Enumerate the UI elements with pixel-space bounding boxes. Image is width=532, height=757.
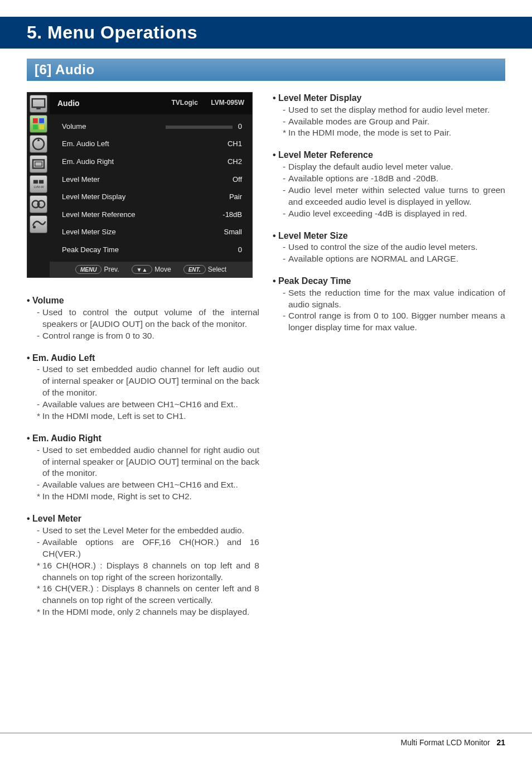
menu-row: Em. Audio RightCH2 <box>50 153 252 171</box>
menu-row-label: Peak Decay Time <box>62 245 119 255</box>
item-sub: - Available options are OFF,16 CH(HOR.) … <box>27 537 259 560</box>
menu-select-hint: ENT. Select <box>183 265 226 274</box>
menu-row-value: 0 <box>166 122 242 132</box>
item-sub: - Used to control the size of the audio … <box>273 242 505 253</box>
menu-prev-hint: MENU Prev. <box>75 265 119 274</box>
item-sub: - Available values are between CH1~CH16 … <box>27 479 259 491</box>
menu-row: Volume0 <box>50 118 252 136</box>
advanced-icon <box>30 135 47 153</box>
item-sub: - Available options are NORMAL and LARGE… <box>273 253 505 265</box>
item-note: * In the HDMI mode, only 2 channels may … <box>27 606 259 618</box>
item-title: Level Meter Display <box>273 92 505 104</box>
menu-row-value: Off <box>233 175 242 185</box>
footer-label: Multi Format LCD Monitor <box>400 738 490 747</box>
svg-rect-1 <box>36 108 41 110</box>
doc-item: Level Meter Reference- Display the defau… <box>273 149 505 219</box>
doc-item: Level Meter- Used to set the Level Meter… <box>27 513 259 618</box>
system-icon <box>30 215 47 233</box>
item-sub: - Available options are -18dB and -20dB. <box>273 173 505 185</box>
item-note: * 16 CH(HOR.) : Displays 8 channels on t… <box>27 560 259 584</box>
menu-row-label: Volume <box>62 122 86 132</box>
menu-move-hint: ▼▲ Move <box>132 265 171 274</box>
menu-title: Audio <box>57 98 80 109</box>
osd-menu-screenshot: LVM-W Audio TVLogic LVM-095W <box>27 92 253 278</box>
doc-item: Volume- Used to control the output volum… <box>27 295 259 341</box>
chapter-title: 5. Menu Operations <box>0 0 532 49</box>
color-icon <box>30 115 47 133</box>
item-note: * In the HDMI mode, Left is set to CH1. <box>27 411 259 422</box>
waveform-icon: LVM-W <box>30 175 47 193</box>
doc-item: Level Meter Display- Used to set the dis… <box>273 92 505 139</box>
item-title: Level Meter Reference <box>273 149 505 161</box>
menu-row-value: Small <box>224 227 242 237</box>
menu-brand: TVLogic <box>172 99 198 107</box>
doc-item: Peak Decay Time- Sets the reduction time… <box>273 275 505 334</box>
item-sub: - Used to control the output volume of t… <box>27 307 259 330</box>
svg-rect-3 <box>39 118 44 123</box>
item-sub: - Audio level meter within selected valu… <box>273 185 505 208</box>
item-title: Em. Audio Right <box>27 432 259 445</box>
item-title: Level Meter Size <box>273 230 505 242</box>
menu-row-value: Pair <box>229 192 242 202</box>
item-title: Peak Decay Time <box>273 275 505 287</box>
svg-rect-10 <box>39 180 43 184</box>
menu-row-value: -18dB <box>223 210 242 220</box>
item-note: * 16 CH(VER.) : Displays 8 channels on c… <box>27 583 259 606</box>
svg-rect-2 <box>33 118 38 123</box>
menu-row: Em. Audio LeftCH1 <box>50 135 252 153</box>
item-sub: - Used to set the display method for aud… <box>273 104 505 116</box>
item-sub: - Used to set the Level Meter for the em… <box>27 525 259 537</box>
volume-slider <box>166 126 233 129</box>
svg-point-14 <box>33 226 36 229</box>
audio-icon <box>30 195 47 213</box>
item-sub: - Available values are between CH1~CH16 … <box>27 399 259 411</box>
menu-row-label: Level Meter Display <box>62 192 125 202</box>
item-sub: - Sets the reduction time for the max va… <box>273 287 505 311</box>
item-sub: - Used to set embedded audio channel for… <box>27 445 259 480</box>
svg-text:LVM-W: LVM-W <box>34 185 45 189</box>
menu-row-label: Level Meter Reference <box>62 210 136 220</box>
item-sub: - Audio level exceeding -4dB is displaye… <box>273 208 505 220</box>
monitor-icon <box>30 95 47 113</box>
menu-row-label: Level Meter <box>62 175 100 185</box>
item-title: Level Meter <box>27 513 259 525</box>
menu-row-value: CH1 <box>228 139 242 149</box>
menu-row-value: CH2 <box>228 157 242 167</box>
svg-rect-7 <box>33 160 44 168</box>
menu-row: Peak Decay Time0 <box>50 241 252 259</box>
svg-rect-5 <box>39 124 44 129</box>
item-sub: - Control range is from 0 to 100. Bigger… <box>273 310 505 334</box>
menu-row: Level MeterOff <box>50 171 252 189</box>
menu-row-label: Level Meter Size <box>62 227 116 237</box>
item-sub: - Display the default audio level meter … <box>273 161 505 173</box>
marker-icon <box>30 155 47 173</box>
menu-row-value: 0 <box>238 245 242 255</box>
svg-rect-4 <box>33 124 38 129</box>
item-sub: - Available modes are Group and Pair. <box>273 116 505 128</box>
menu-model: LVM-095W <box>211 99 244 107</box>
menu-row-label: Em. Audio Left <box>62 139 109 149</box>
section-title: [6] Audio <box>27 59 505 81</box>
svg-rect-9 <box>33 180 38 184</box>
svg-rect-0 <box>32 99 45 107</box>
doc-item: Em. Audio Right- Used to set embedded au… <box>27 432 259 503</box>
menu-row-label: Em. Audio Right <box>62 157 114 167</box>
item-note: * In the HDMI mode, Right is set to CH2. <box>27 491 259 503</box>
item-note: * In the HDMI mode, the mode is set to P… <box>273 127 505 139</box>
item-title: Volume <box>27 295 259 307</box>
svg-rect-8 <box>35 162 42 166</box>
page-footer: Multi Format LCD Monitor 21 <box>0 732 532 747</box>
item-sub: - Control range is from 0 to 30. <box>27 330 259 342</box>
doc-item: Level Meter Size- Used to control the si… <box>273 230 505 265</box>
item-sub: - Used to set embedded audio channel for… <box>27 364 259 399</box>
menu-row: Level Meter SizeSmall <box>50 223 252 241</box>
menu-row: Level Meter Reference-18dB <box>50 206 252 224</box>
doc-item: Em. Audio Left- Used to set embedded aud… <box>27 352 259 422</box>
page-number: 21 <box>496 738 505 747</box>
menu-row: Level Meter DisplayPair <box>50 188 252 206</box>
item-title: Em. Audio Left <box>27 352 259 364</box>
